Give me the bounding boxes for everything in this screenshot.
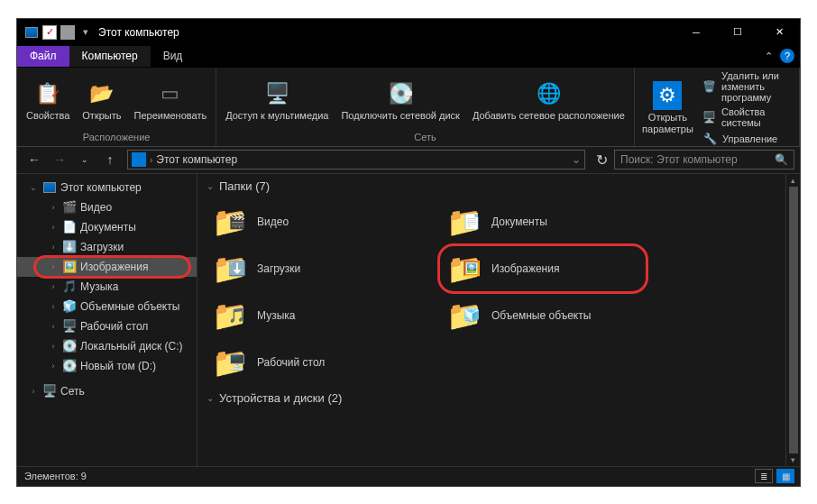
folder-icon: 🧊	[62, 299, 77, 314]
refresh-button[interactable]: ↻	[591, 151, 612, 169]
qat-properties-icon[interactable]: ✓	[42, 25, 57, 40]
tree-item[interactable]: › 💽 Локальный диск (C:)	[17, 336, 197, 356]
folder-icon: 📁📄	[445, 203, 482, 241]
folder-icon: 🖼️	[62, 260, 77, 274]
chevron-right-icon[interactable]: ›	[48, 203, 59, 212]
network-icon: 🖥️	[42, 384, 57, 399]
chevron-right-icon[interactable]: ›	[48, 243, 59, 252]
folder-item[interactable]: 📁🧊 Объемные объекты	[441, 292, 675, 339]
tab-file[interactable]: Файл	[17, 46, 69, 67]
manage-label: Управление	[722, 133, 777, 144]
rename-label: Переименовать	[134, 110, 207, 121]
folder-item[interactable]: 📁🎬 Видео	[207, 198, 441, 245]
tiles-view-button[interactable]: ▦	[776, 469, 794, 483]
breadcrumb-segment[interactable]: Этот компьютер	[156, 153, 237, 166]
scroll-down-icon[interactable]: ▾	[791, 455, 795, 464]
window-controls: ─ ☐ ✕	[675, 19, 800, 46]
nav-tree[interactable]: ⌄ Этот компьютер › 🎬 Видео› 📄 Документы›…	[17, 174, 197, 466]
ribbon-group-system: ⚙ Открыть параметры 🗑️ Удалить или измен…	[635, 68, 800, 146]
qat-folder-icon[interactable]	[60, 25, 75, 40]
tab-computer[interactable]: Компьютер	[69, 46, 151, 67]
sys-props-icon: 🖥️	[702, 110, 716, 124]
chevron-right-icon[interactable]: ›	[48, 223, 59, 232]
folder-item[interactable]: 📁⬇️ Загрузки	[207, 245, 441, 292]
tab-view[interactable]: Вид	[151, 46, 196, 67]
forward-button[interactable]: →	[48, 149, 71, 170]
chevron-down-icon[interactable]: ⌄	[28, 183, 39, 192]
add-network-button[interactable]: 🌐 Добавить сетевое расположение	[469, 78, 629, 123]
open-settings-label: Открыть параметры	[642, 112, 693, 133]
folders-header-label: Папки (7)	[219, 179, 270, 193]
tree-item[interactable]: › 💽 Новый том (D:)	[17, 356, 197, 376]
open-settings-button[interactable]: ⚙ Открыть параметры	[640, 79, 695, 135]
chevron-right-icon[interactable]: ›	[48, 362, 59, 371]
status-bar: Элементов: 9 ≣ ▦	[17, 466, 800, 486]
folder-icon: 🖥️	[62, 319, 77, 334]
uninstall-button[interactable]: 🗑️ Удалить или изменить программу	[701, 69, 794, 104]
chevron-right-icon[interactable]: ›	[28, 387, 39, 396]
tree-item[interactable]: › 🎵 Музыка	[17, 277, 197, 297]
chevron-right-icon[interactable]: ›	[48, 282, 59, 291]
content-pane[interactable]: ⌄ Папки (7) 📁🎬 Видео📁📄 Документы📁⬇️ Загр…	[197, 174, 800, 466]
folder-icon: 📁🖥️	[210, 344, 248, 381]
address-dropdown-icon[interactable]: ⌄	[572, 153, 581, 166]
map-drive-button[interactable]: 💽 Подключить сетевой диск	[337, 78, 463, 123]
tree-item[interactable]: › 🧊 Объемные объекты	[17, 297, 197, 316]
folder-label: Видео	[257, 215, 289, 228]
collapse-ribbon-icon[interactable]: ⌃	[765, 50, 773, 62]
item-count: Элементов: 9	[24, 471, 87, 481]
search-placeholder: Поиск: Этот компьютер	[620, 153, 738, 166]
recent-dropdown[interactable]: ⌄	[73, 149, 96, 170]
tree-item[interactable]: › 🖼️ Изображения	[17, 257, 197, 277]
maximize-button[interactable]: ☐	[717, 19, 758, 46]
tree-this-pc[interactable]: ⌄ Этот компьютер	[17, 178, 197, 197]
media-access-label: Доступ к мультимедиа	[225, 110, 328, 121]
close-button[interactable]: ✕	[758, 19, 800, 46]
chevron-right-icon[interactable]: ›	[48, 342, 59, 351]
vertical-scrollbar[interactable]: ▴ ▾	[785, 174, 800, 466]
folder-item[interactable]: 📁📄 Документы	[441, 198, 675, 245]
tree-network[interactable]: › 🖥️ Сеть	[17, 381, 197, 401]
tree-item[interactable]: › ⬇️ Загрузки	[17, 237, 197, 257]
chevron-right-icon[interactable]: ›	[48, 262, 59, 271]
tree-label: Локальный диск (C:)	[80, 340, 183, 353]
folder-item[interactable]: 📁🎵 Музыка	[207, 292, 441, 339]
map-drive-label: Подключить сетевой диск	[341, 110, 459, 121]
chevron-right-icon[interactable]: ›	[48, 302, 59, 311]
scrollbar-thumb[interactable]	[789, 187, 798, 454]
minimize-button[interactable]: ─	[675, 19, 717, 46]
folder-item[interactable]: 📁🖼️ Изображения	[441, 245, 675, 292]
pc-icon	[42, 180, 57, 195]
sys-props-button[interactable]: 🖥️ Свойства системы	[701, 105, 794, 129]
chevron-down-icon: ⌄	[207, 393, 214, 403]
drive-icon: 💽	[386, 79, 415, 108]
quick-access-toolbar: ✓ ▾	[24, 25, 93, 40]
address-bar[interactable]: › Этот компьютер ⌄	[127, 150, 585, 170]
details-view-button[interactable]: ≣	[755, 469, 773, 483]
qat-dropdown-icon[interactable]: ▾	[78, 25, 93, 40]
ribbon-tabs: Файл Компьютер Вид ⌃ ?	[17, 46, 800, 68]
tree-item[interactable]: › 🎬 Видео	[17, 197, 197, 217]
properties-button[interactable]: 📋✓ Свойства	[23, 78, 73, 123]
tree-label: Загрузки	[80, 241, 124, 253]
folder-item[interactable]: 📁🖥️ Рабочий стол	[207, 339, 441, 386]
rename-button[interactable]: ▭ Переименовать	[131, 78, 211, 123]
help-icon[interactable]: ?	[780, 49, 794, 63]
tree-item[interactable]: › 📄 Документы	[17, 217, 197, 237]
tree-item[interactable]: › 🖥️ Рабочий стол	[17, 316, 197, 336]
back-button[interactable]: ←	[23, 149, 46, 170]
scroll-up-icon[interactable]: ▴	[791, 176, 795, 185]
folders-section-header[interactable]: ⌄ Папки (7)	[197, 174, 800, 198]
ribbon-group-network: 🖥️ Доступ к мультимедиа 💽 Подключить сет…	[216, 68, 635, 146]
uninstall-label: Удалить или изменить программу	[721, 70, 792, 103]
group-network-label: Сеть	[222, 132, 629, 144]
open-button[interactable]: 📂 Открыть	[78, 78, 124, 123]
ribbon: 📋✓ Свойства 📂 Открыть ▭ Переименовать Ра…	[17, 68, 800, 147]
manage-button[interactable]: 🔧 Управление	[701, 131, 794, 147]
up-button[interactable]: ↑	[98, 149, 122, 170]
chevron-down-icon: ⌄	[207, 181, 214, 191]
drives-section-header[interactable]: ⌄ Устройства и диски (2)	[197, 386, 800, 410]
chevron-right-icon[interactable]: ›	[48, 322, 59, 331]
media-access-button[interactable]: 🖥️ Доступ к мультимедиа	[222, 78, 332, 123]
search-input[interactable]: Поиск: Этот компьютер 🔍	[614, 150, 794, 170]
